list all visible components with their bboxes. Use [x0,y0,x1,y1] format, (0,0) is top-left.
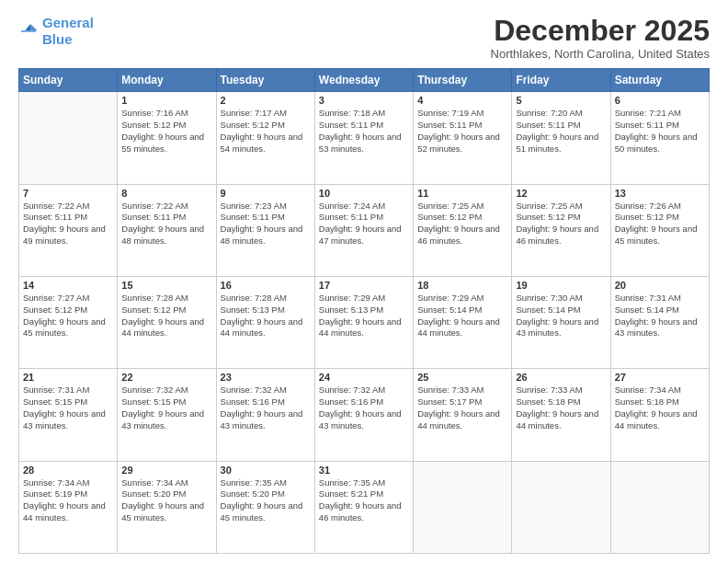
day-number: 20 [615,280,705,291]
calendar-cell: 4Sunrise: 7:19 AM Sunset: 5:11 PM Daylig… [414,92,512,184]
calendar-cell: 26Sunrise: 7:33 AM Sunset: 5:18 PM Dayli… [512,369,610,461]
cell-info: Sunrise: 7:17 AM Sunset: 5:12 PM Dayligh… [221,108,303,153]
cell-info: Sunrise: 7:34 AM Sunset: 5:19 PM Dayligh… [23,477,106,523]
calendar-cell: 17Sunrise: 7:29 AM Sunset: 5:13 PM Dayli… [314,276,413,368]
col-header-thursday: Thursday [414,69,512,92]
logo-general: General [42,15,94,30]
day-number: 10 [319,188,409,199]
calendar-cell: 22Sunrise: 7:32 AM Sunset: 5:15 PM Dayli… [118,369,216,461]
day-number: 8 [121,188,211,199]
calendar-cell: 20Sunrise: 7:31 AM Sunset: 5:14 PM Dayli… [610,276,709,368]
cell-info: Sunrise: 7:21 AM Sunset: 5:11 PM Dayligh… [615,108,698,153]
cell-info: Sunrise: 7:18 AM Sunset: 5:11 PM Dayligh… [319,108,402,153]
cell-info: Sunrise: 7:23 AM Sunset: 5:11 PM Dayligh… [221,201,303,246]
cell-info: Sunrise: 7:29 AM Sunset: 5:14 PM Dayligh… [417,293,500,338]
calendar-cell: 7Sunrise: 7:22 AM Sunset: 5:11 PM Daylig… [19,184,118,276]
day-number: 21 [23,372,113,383]
cell-info: Sunrise: 7:30 AM Sunset: 5:14 PM Dayligh… [516,293,598,338]
cell-info: Sunrise: 7:24 AM Sunset: 5:11 PM Dayligh… [319,201,402,246]
cell-info: Sunrise: 7:34 AM Sunset: 5:20 PM Dayligh… [121,477,204,523]
cell-info: Sunrise: 7:29 AM Sunset: 5:13 PM Dayligh… [319,293,402,338]
cell-info: Sunrise: 7:28 AM Sunset: 5:13 PM Dayligh… [221,293,303,338]
calendar-cell: 5Sunrise: 7:20 AM Sunset: 5:11 PM Daylig… [512,92,610,184]
day-number: 3 [319,95,409,106]
calendar-cell: 11Sunrise: 7:25 AM Sunset: 5:12 PM Dayli… [414,184,512,276]
day-number: 7 [23,188,113,199]
day-number: 17 [319,280,409,291]
logo-blue: Blue [42,31,94,48]
col-header-wednesday: Wednesday [314,69,413,92]
col-header-friday: Friday [512,69,610,92]
calendar-cell: 14Sunrise: 7:27 AM Sunset: 5:12 PM Dayli… [19,276,118,368]
day-number: 5 [516,95,606,106]
calendar-cell: 30Sunrise: 7:35 AM Sunset: 5:20 PM Dayli… [216,461,314,553]
day-number: 18 [417,280,507,291]
cell-info: Sunrise: 7:16 AM Sunset: 5:12 PM Dayligh… [121,108,204,153]
calendar-cell: 23Sunrise: 7:32 AM Sunset: 5:16 PM Dayli… [216,369,314,461]
title-block: December 2025 Northlakes, North Carolina… [491,15,710,61]
cell-info: Sunrise: 7:19 AM Sunset: 5:11 PM Dayligh… [417,108,500,153]
day-number: 26 [516,372,606,383]
calendar-cell: 31Sunrise: 7:35 AM Sunset: 5:21 PM Dayli… [314,461,413,553]
calendar-cell: 27Sunrise: 7:34 AM Sunset: 5:18 PM Dayli… [610,369,709,461]
cell-info: Sunrise: 7:22 AM Sunset: 5:11 PM Dayligh… [121,201,204,246]
calendar-cell: 1Sunrise: 7:16 AM Sunset: 5:12 PM Daylig… [118,92,216,184]
day-number: 30 [221,465,311,476]
day-number: 25 [417,372,507,383]
calendar-cell [414,461,512,553]
logo: General Blue [18,15,94,48]
calendar-cell: 6Sunrise: 7:21 AM Sunset: 5:11 PM Daylig… [610,92,709,184]
day-number: 2 [221,95,311,106]
day-number: 15 [121,280,211,291]
cell-info: Sunrise: 7:33 AM Sunset: 5:18 PM Dayligh… [516,385,598,430]
logo-icon [18,21,39,41]
cell-info: Sunrise: 7:25 AM Sunset: 5:12 PM Dayligh… [417,201,500,246]
cell-info: Sunrise: 7:31 AM Sunset: 5:14 PM Dayligh… [615,293,698,338]
day-number: 4 [417,95,507,106]
col-header-saturday: Saturday [610,69,709,92]
location: Northlakes, North Carolina, United State… [491,47,710,61]
day-number: 29 [121,465,211,476]
logo-text: General Blue [42,15,94,48]
day-number: 27 [615,372,705,383]
day-number: 9 [221,188,311,199]
calendar-cell [19,92,118,184]
col-header-monday: Monday [118,69,216,92]
day-number: 12 [516,188,606,199]
day-number: 31 [319,465,409,476]
cell-info: Sunrise: 7:33 AM Sunset: 5:17 PM Dayligh… [417,385,500,430]
page: General Blue December 2025 Northlakes, N… [0,0,728,563]
calendar-week-row: 7Sunrise: 7:22 AM Sunset: 5:11 PM Daylig… [19,184,710,276]
calendar-cell: 9Sunrise: 7:23 AM Sunset: 5:11 PM Daylig… [216,184,314,276]
calendar-cell: 29Sunrise: 7:34 AM Sunset: 5:20 PM Dayli… [118,461,216,553]
calendar-cell: 10Sunrise: 7:24 AM Sunset: 5:11 PM Dayli… [314,184,413,276]
day-number: 1 [121,95,211,106]
col-header-sunday: Sunday [19,69,118,92]
cell-info: Sunrise: 7:32 AM Sunset: 5:15 PM Dayligh… [121,385,204,430]
day-number: 16 [221,280,311,291]
day-number: 23 [221,372,311,383]
cell-info: Sunrise: 7:32 AM Sunset: 5:16 PM Dayligh… [221,385,303,430]
header: General Blue December 2025 Northlakes, N… [18,15,710,61]
calendar-week-row: 28Sunrise: 7:34 AM Sunset: 5:19 PM Dayli… [19,461,710,553]
calendar-cell: 2Sunrise: 7:17 AM Sunset: 5:12 PM Daylig… [216,92,314,184]
day-number: 28 [23,465,113,476]
cell-info: Sunrise: 7:35 AM Sunset: 5:21 PM Dayligh… [319,477,402,523]
calendar-header-row: SundayMondayTuesdayWednesdayThursdayFrid… [19,69,710,92]
day-number: 22 [121,372,211,383]
col-header-tuesday: Tuesday [216,69,314,92]
calendar-cell: 21Sunrise: 7:31 AM Sunset: 5:15 PM Dayli… [19,369,118,461]
cell-info: Sunrise: 7:32 AM Sunset: 5:16 PM Dayligh… [319,385,402,430]
cell-info: Sunrise: 7:22 AM Sunset: 5:11 PM Dayligh… [23,201,106,246]
svg-marker-1 [25,24,30,30]
calendar-cell: 3Sunrise: 7:18 AM Sunset: 5:11 PM Daylig… [314,92,413,184]
cell-info: Sunrise: 7:31 AM Sunset: 5:15 PM Dayligh… [23,385,106,430]
cell-info: Sunrise: 7:28 AM Sunset: 5:12 PM Dayligh… [121,293,204,338]
day-number: 13 [615,188,705,199]
calendar-cell: 8Sunrise: 7:22 AM Sunset: 5:11 PM Daylig… [118,184,216,276]
calendar-cell: 19Sunrise: 7:30 AM Sunset: 5:14 PM Dayli… [512,276,610,368]
day-number: 6 [615,95,705,106]
day-number: 11 [417,188,507,199]
calendar-week-row: 14Sunrise: 7:27 AM Sunset: 5:12 PM Dayli… [19,276,710,368]
calendar-week-row: 21Sunrise: 7:31 AM Sunset: 5:15 PM Dayli… [19,369,710,461]
